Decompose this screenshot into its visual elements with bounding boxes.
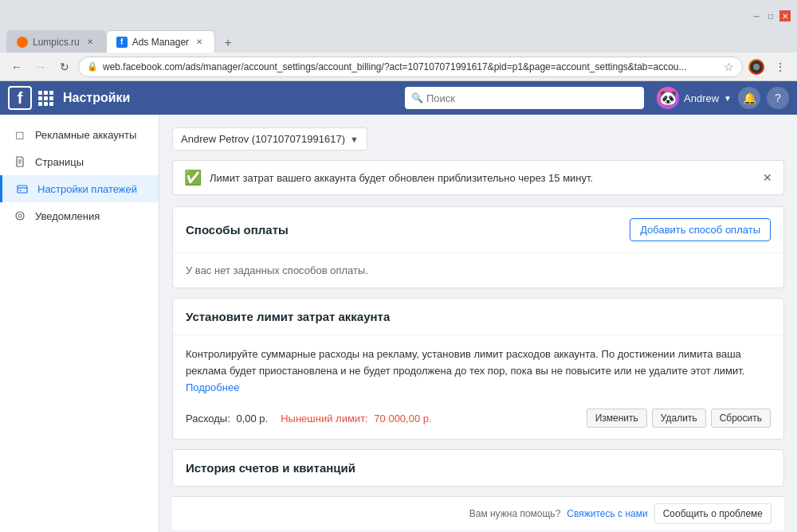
footer: Вам нужна помощь? Свяжитесь с нами Сообщ… [172,496,784,530]
topnav-title: Настройки [63,91,130,105]
help-button[interactable]: ? [767,87,789,109]
tab-ads-close[interactable]: ✕ [194,37,205,48]
contact-us-link[interactable]: Свяжитесь с нами [567,508,647,519]
user-area: 🐼 Andrew ▼ [657,87,732,109]
payment-methods-card: Способы оплаты Добавить способ оплаты У … [172,206,784,288]
sidebar-label-payment-settings: Настройки платежей [37,183,137,195]
refresh-button[interactable]: ↻ [54,57,75,77]
sidebar-item-notifications[interactable]: Уведомления [0,202,159,229]
top-nav: f Настройки 🔍 🐼 Andrew ▼ 🔔 ? [0,81,797,115]
address-bar[interactable]: 🔒 web.facebook.com/ads/manager/account_s… [78,57,743,77]
alert-text: Лимит затрат вашего аккаунта будет обнов… [210,172,755,184]
help-text: Вам нужна помощь? [469,508,561,519]
tab-lumpics-label: Lumpics.ru [33,37,80,48]
main-panel: Andrew Petrov (107107071991617) ▼ ✅ Лими… [159,115,797,532]
notifications-icon [13,209,27,223]
bookmark-icon[interactable]: ☆ [724,61,734,73]
billing-history-header: История счетов и квитанций [173,450,783,486]
spending-limit-header: Установите лимит затрат аккаунта [173,299,783,335]
billing-history-title: История счетов и квитанций [186,461,355,475]
spending-limit-card: Установите лимит затрат аккаунта Контрол… [172,298,784,440]
address-text: web.facebook.com/ads/manager/account_set… [103,61,719,72]
spending-limit-description: Контролируйте суммарные расходы на рекла… [186,346,771,396]
username[interactable]: Andrew [684,92,719,104]
grid-menu-icon[interactable] [38,91,53,106]
avatar[interactable]: 🐼 [657,87,679,109]
payment-methods-title: Способы оплаты [186,223,289,237]
learn-more-link[interactable]: Подробнее [186,381,239,393]
sidebar-label-pages: Страницы [35,156,84,168]
sidebar-item-ad-accounts[interactable]: ◻ Рекламные аккаунты [0,121,159,148]
limit-row: Расходы: 0,00 р. Нынешний лимит: 70 000,… [186,404,771,428]
payment-methods-header: Способы оплаты Добавить способ оплаты [173,207,783,253]
lock-icon: 🔒 [87,61,98,72]
search-input[interactable] [426,92,638,104]
current-limit-text: Нынешний лимит: 70 000,00 р. [281,413,431,424]
notifications-bell-button[interactable]: 🔔 [738,87,760,109]
ads-favicon: f [116,37,128,48]
payment-settings-icon [15,182,29,196]
no-payment-text: У вас нет заданных способов оплаты. [186,264,771,276]
maximize-button[interactable]: □ [765,10,776,22]
ad-accounts-icon: ◻ [13,127,27,142]
new-tab-button[interactable]: + [218,33,238,53]
svg-point-7 [18,214,22,217]
dropdown-arrow-icon: ▼ [350,135,359,144]
facebook-logo: f [8,86,32,110]
account-dropdown[interactable]: Andrew Petrov (107107071991617) ▼ [172,127,367,151]
nav-bar: ← → ↻ 🔒 web.facebook.com/ads/manager/acc… [0,53,797,81]
content-area: ◻ Рекламные аккаунты Страницы [0,115,797,532]
user-dropdown-arrow[interactable]: ▼ [724,94,732,103]
spending-value: 0,00 р. [236,413,268,424]
facebook-app: f Настройки 🔍 🐼 Andrew ▼ 🔔 ? ◻ Рекламны [0,81,797,532]
report-problem-button[interactable]: Сообщить о проблеме [654,503,771,524]
lumpics-favicon [17,37,28,48]
sidebar: ◻ Рекламные аккаунты Страницы [0,115,159,532]
delete-limit-button[interactable]: Удалить [652,409,706,428]
alert-success-icon: ✅ [184,169,202,186]
tab-ads-label: Ads Manager [132,37,189,48]
svg-point-6 [16,212,24,220]
sidebar-label-notifications: Уведомления [35,210,100,222]
tab-ads-manager[interactable]: f Ads Manager ✕ [106,30,215,53]
sidebar-item-pages[interactable]: Страницы [0,148,159,175]
back-button[interactable]: ← [6,57,27,77]
close-button[interactable]: ✕ [779,10,791,22]
tab-lumpics-close[interactable]: ✕ [84,37,96,48]
spending-limit-title: Установите лимит затрат аккаунта [186,310,390,323]
more-options-button[interactable]: ⋮ [770,57,791,77]
limit-actions: Изменить Удалить Сбросить [587,409,771,428]
tab-lumpics[interactable]: Lumpics.ru ✕ [6,30,106,53]
payment-methods-body: У вас нет заданных способов оплаты. [173,253,783,288]
title-bar: ─ □ ✕ [0,0,797,27]
add-payment-button[interactable]: Добавить способ оплаты [630,218,771,241]
sidebar-item-payment-settings[interactable]: Настройки платежей [0,175,159,202]
forward-button[interactable]: → [30,57,51,77]
extensions-button[interactable] [746,57,767,77]
sidebar-label-ad-accounts: Рекламные аккаунты [35,129,136,141]
reset-limit-button[interactable]: Сбросить [711,409,771,428]
alert-box: ✅ Лимит затрат вашего аккаунта будет обн… [172,160,784,195]
account-dropdown-label: Andrew Petrov (107107071991617) [181,133,345,145]
account-selector: Andrew Petrov (107107071991617) ▼ [172,127,784,151]
svg-rect-3 [18,186,27,193]
pages-icon [13,155,27,169]
spending-label: Расходы: 0,00 р. [186,413,268,424]
search-icon: 🔍 [411,92,423,104]
minimize-button[interactable]: ─ [751,10,762,22]
tabs-bar: Lumpics.ru ✕ f Ads Manager ✕ + [0,27,797,53]
billing-history-card: История счетов и квитанций [172,449,784,487]
nav-extras: ⋮ [746,57,791,77]
alert-close-button[interactable]: ✕ [763,171,772,184]
window-controls: ─ □ ✕ [751,10,791,22]
spending-limit-body: Контролируйте суммарные расходы на рекла… [173,335,783,439]
change-limit-button[interactable]: Изменить [587,409,647,428]
search-box[interactable]: 🔍 [405,87,644,109]
